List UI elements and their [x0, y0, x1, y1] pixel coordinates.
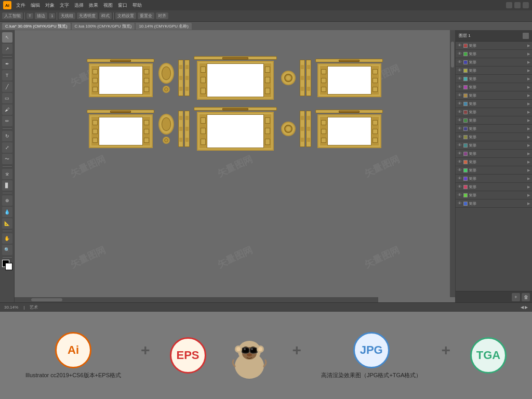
layer-visibility-icon[interactable]: 👁 — [458, 101, 462, 106]
layer-visibility-icon[interactable]: 👁 — [458, 135, 462, 139]
tool-warp[interactable]: 〜 — [2, 154, 12, 164]
toolbar-opacity[interactable]: 无透明度 — [77, 12, 98, 19]
canvas-area[interactable]: 矢量图网 矢量图网 矢量图网 矢量图网 矢量图网 矢量图网 矢量图网 矢量图网 … — [15, 30, 455, 302]
menu-window[interactable]: 窗口 — [116, 2, 129, 9]
list-item[interactable]: 👁 矩形 ▶ — [456, 75, 532, 83]
layer-expand-icon[interactable]: ▶ — [527, 69, 530, 73]
list-item[interactable]: 👁 矩形 ▶ — [456, 141, 532, 150]
tool-rect[interactable]: ▭ — [2, 93, 12, 103]
tool-scale[interactable]: ⤢ — [2, 142, 12, 153]
layer-visibility-icon[interactable]: 👁 — [458, 85, 462, 89]
layer-expand-icon[interactable]: ▶ — [527, 202, 530, 206]
menu-file[interactable]: 文件 — [15, 2, 27, 9]
minimize-button[interactable] — [506, 2, 512, 8]
menu-edit[interactable]: 编辑 — [29, 2, 42, 9]
toolbar-intelligence[interactable]: 人工智能 — [2, 12, 23, 19]
menu-object[interactable]: 对象 — [44, 2, 56, 9]
toolbar-reset[interactable]: 重置全 — [138, 12, 154, 19]
tab-0[interactable]: C.lua* 30.09% (CMYK/GPU 预览) — [2, 23, 71, 30]
layer-visibility-icon[interactable]: 👁 — [458, 51, 462, 56]
tab-2[interactable]: 10.14% (CMYK/GPU 名称) — [136, 23, 192, 30]
layer-expand-icon[interactable]: ▶ — [527, 118, 530, 123]
layer-expand-icon[interactable]: ▶ — [527, 127, 530, 131]
list-item[interactable]: 👁 矩形 ▶ — [456, 100, 532, 108]
menu-select[interactable]: 选择 — [73, 2, 85, 9]
list-item[interactable]: 👁 矩形 ▶ — [456, 133, 532, 141]
layer-expand-icon[interactable]: ▶ — [527, 44, 530, 48]
layer-visibility-icon[interactable]: 👁 — [458, 68, 462, 73]
list-item[interactable]: 👁 矩形 ▶ — [456, 166, 532, 175]
layer-visibility-icon[interactable]: 👁 — [458, 159, 462, 164]
toolbar-text[interactable]: T — [26, 13, 33, 19]
tool-rotate[interactable]: ↻ — [2, 131, 12, 141]
toolbar-doc-settings[interactable]: 文档设置 — [115, 12, 136, 19]
tool-direct-select[interactable]: ↗ — [2, 44, 12, 54]
vertical-scrollbar[interactable] — [450, 30, 455, 297]
layer-expand-icon[interactable]: ▶ — [527, 193, 530, 197]
list-item[interactable]: 👁 矩形 ▶ — [456, 200, 532, 208]
delete-layer-button[interactable]: 🗑 — [522, 293, 530, 301]
layer-expand-icon[interactable]: ▶ — [527, 143, 530, 148]
tool-pencil[interactable]: ✏ — [2, 116, 12, 126]
layer-expand-icon[interactable]: ▶ — [527, 52, 530, 56]
layer-expand-icon[interactable]: ▶ — [527, 185, 530, 189]
layer-expand-icon[interactable]: ▶ — [527, 94, 530, 98]
list-item[interactable]: 👁 矩形 ▶ — [456, 83, 532, 91]
tool-blend[interactable]: ⊕ — [2, 195, 12, 206]
layer-visibility-icon[interactable]: 👁 — [458, 143, 462, 148]
layer-visibility-icon[interactable]: 👁 — [458, 43, 462, 48]
layer-visibility-icon[interactable]: 👁 — [458, 184, 462, 189]
menu-help[interactable]: 帮助 — [131, 2, 143, 9]
layer-visibility-icon[interactable]: 👁 — [458, 193, 462, 197]
layer-expand-icon[interactable]: ▶ — [527, 177, 530, 181]
menu-view[interactable]: 视图 — [102, 2, 114, 9]
tool-paintbrush[interactable]: 🖌 — [2, 104, 12, 115]
tool-measure[interactable]: 📐 — [2, 218, 12, 229]
maximize-button[interactable] — [514, 2, 521, 8]
layer-visibility-icon[interactable]: 👁 — [458, 176, 462, 181]
layer-options-button[interactable] — [523, 33, 529, 39]
layer-visibility-icon[interactable]: 👁 — [458, 168, 462, 172]
tab-1[interactable]: C.lua 100% (CMYK/GPU 预览) — [72, 23, 135, 30]
layer-expand-icon[interactable]: ▶ — [527, 135, 530, 139]
list-item[interactable]: 👁 矩形 ▶ — [456, 91, 532, 100]
layer-visibility-icon[interactable]: 👁 — [458, 118, 462, 123]
layer-expand-icon[interactable]: ▶ — [527, 102, 530, 106]
list-item[interactable]: 👁 矩形 ▶ — [456, 158, 532, 166]
toolbar-wireless[interactable]: 无线组 — [59, 12, 75, 19]
toolbar-align[interactable]: 对齐 — [156, 12, 168, 19]
tool-hand[interactable]: ✋ — [2, 233, 12, 244]
tool-symbol[interactable]: ※ — [2, 169, 12, 179]
list-item[interactable]: 👁 矩形 ▶ — [456, 191, 532, 200]
menu-effect[interactable]: 效果 — [87, 2, 100, 9]
layer-visibility-icon[interactable]: 👁 — [458, 151, 462, 156]
list-item[interactable]: 👁 矩形 ▶ — [456, 183, 532, 191]
list-item[interactable]: 👁 矩形 ▶ — [456, 116, 532, 125]
tool-select[interactable]: ↖ — [2, 32, 12, 43]
layer-expand-icon[interactable]: ▶ — [527, 152, 530, 156]
list-item[interactable]: 👁 矩形 ▶ — [456, 175, 532, 183]
close-button[interactable] — [523, 2, 529, 8]
layer-visibility-icon[interactable]: 👁 — [458, 60, 462, 64]
tool-text[interactable]: T — [2, 70, 12, 81]
list-item[interactable]: 👁 矩形 ▶ — [456, 66, 532, 75]
toolbar-style[interactable]: 样式 — [99, 12, 112, 19]
layer-expand-icon[interactable]: ▶ — [527, 160, 530, 164]
layer-visibility-icon[interactable]: 👁 — [458, 76, 462, 81]
list-item[interactable]: 👁 矩形 ▶ — [456, 108, 532, 116]
horizontal-scrollbar[interactable] — [15, 297, 378, 302]
list-item[interactable]: 👁 矩形 ▶ — [456, 150, 532, 158]
list-item[interactable]: 👁 矩形 ▶ — [456, 50, 532, 58]
tool-eyedrop[interactable]: 💧 — [2, 207, 12, 217]
tool-zoom[interactable]: 🔍 — [2, 245, 12, 255]
layer-visibility-icon[interactable]: 👁 — [458, 110, 462, 114]
toolbar-stroke[interactable]: 描边 — [35, 12, 47, 19]
list-item[interactable]: 👁 矩形 ▶ — [456, 42, 532, 50]
layer-expand-icon[interactable]: ▶ — [527, 85, 530, 89]
layer-visibility-icon[interactable]: 👁 — [458, 93, 462, 98]
layer-visibility-icon[interactable]: 👁 — [458, 126, 462, 131]
menu-text[interactable]: 文字 — [58, 2, 71, 9]
layer-expand-icon[interactable]: ▶ — [527, 168, 530, 172]
layer-expand-icon[interactable]: ▶ — [527, 77, 530, 81]
new-layer-button[interactable]: + — [512, 293, 520, 301]
